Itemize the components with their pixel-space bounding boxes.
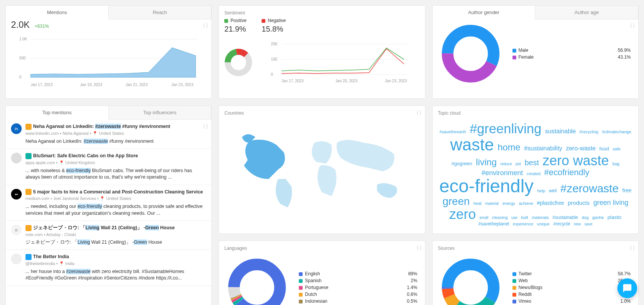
tab-reach[interactable]: Reach xyxy=(108,6,212,19)
topic-tag[interactable]: #plasticfree xyxy=(536,200,565,206)
tab-author-age[interactable]: Author age xyxy=(535,6,638,19)
topic-tag[interactable]: materials xyxy=(531,216,550,220)
topic-tag[interactable]: plastic xyxy=(606,215,623,220)
svg-text:Jan 23, 2023: Jan 23, 2023 xyxy=(385,79,407,83)
topic-tag[interactable]: green xyxy=(441,196,471,207)
topic-tag[interactable]: #environment xyxy=(480,169,524,177)
source-avatar xyxy=(11,254,22,264)
svg-text:Jan 19, 2023: Jan 19, 2023 xyxy=(80,83,102,87)
world-map[interactable] xyxy=(223,122,421,213)
sources-title: Sources xyxy=(433,241,638,253)
chat-button[interactable] xyxy=(617,278,637,298)
topic-cloud[interactable]: #savetheearth #greenliving sustainable #… xyxy=(433,118,638,233)
positive-pct: 21.9% xyxy=(224,25,246,34)
mention-meta: apps.apple.com • 📍 United Kingdom xyxy=(25,160,206,165)
list-item[interactable]: •• 5 major facts to hire a Commercial an… xyxy=(6,185,211,221)
topic-tag[interactable]: ganhe xyxy=(591,216,605,220)
tab-top-influencers[interactable]: Top influencers xyxy=(108,106,212,120)
topic-tag[interactable]: #climatechange xyxy=(601,130,633,134)
topic-tag[interactable]: well xyxy=(548,188,558,193)
svg-text:200: 200 xyxy=(271,42,277,46)
topic-tag[interactable]: reduce xyxy=(499,162,513,166)
mention-snippet: ジェネビーブ・ロウ: 「Living Wall 21 (Ceiling)」 -G… xyxy=(25,239,206,246)
topic-tag[interactable]: heat xyxy=(472,201,482,206)
svg-text:500: 500 xyxy=(19,56,26,60)
top-mentions-card: Top mentions Top influencers ( ) in Neha… xyxy=(5,105,212,305)
legend-item: Spanish2% xyxy=(299,278,417,283)
tab-top-mentions[interactable]: Top mentions xyxy=(6,106,108,120)
loading-icon: ( ) xyxy=(630,22,634,28)
topic-tag[interactable]: food xyxy=(598,146,610,152)
topic-tag[interactable]: cleaning xyxy=(491,216,509,220)
topic-tag[interactable]: best xyxy=(523,159,540,167)
list-item[interactable]: n ジェネビーブ・ロウ: 「Living Wall 21 (Ceiling)」 … xyxy=(6,221,211,250)
topic-tag[interactable]: use xyxy=(510,216,519,220)
mention-title: BluSmart: Safe Electric Cabs on the App … xyxy=(25,153,206,160)
mentions-card: Mentions Reach ( ) 2.0K +631% 1.0K 500 0… xyxy=(5,5,212,99)
topic-tag[interactable]: energy xyxy=(501,201,516,206)
loading-icon: ( ) xyxy=(203,123,208,129)
loading-icon: ( ) xyxy=(203,22,208,28)
list-item[interactable]: The Better India @thebetterindia • 📍 Ind… xyxy=(6,250,211,286)
topic-tag[interactable]: products xyxy=(566,200,591,206)
topic-tag[interactable]: sustainable xyxy=(544,128,577,135)
loading-icon: ( ) xyxy=(417,245,421,250)
topic-tag[interactable]: zero waste xyxy=(541,153,610,168)
topic-cloud-card: Topic cloud #savetheearth #greenliving s… xyxy=(432,105,639,234)
topic-tag[interactable]: living xyxy=(475,157,498,167)
topic-tag[interactable]: help xyxy=(536,189,546,193)
legend-item: Dutch0.6% xyxy=(299,292,417,297)
topic-tag[interactable]: #recycling xyxy=(578,130,600,134)
list-item[interactable]: ( ) in Neha Agarwal on LinkedIn: #zerowa… xyxy=(6,120,211,149)
topic-tag[interactable]: home xyxy=(496,142,522,152)
topic-tag[interactable]: eco-friendly xyxy=(438,177,535,196)
topic-tag[interactable]: safe xyxy=(612,147,622,152)
topic-tag[interactable]: material xyxy=(484,202,500,206)
topic-tag[interactable]: free xyxy=(621,188,633,193)
topic-tag[interactable]: #recycle xyxy=(552,222,571,227)
topic-tag[interactable]: #sustainability xyxy=(523,145,564,152)
topic-tag[interactable]: #ecofriendly xyxy=(543,168,591,177)
topic-tag[interactable]: zero-waste xyxy=(565,145,597,152)
topic-tag[interactable]: achieve xyxy=(518,201,535,206)
topic-tag[interactable]: created xyxy=(525,172,542,176)
topic-tag[interactable]: #sustainable xyxy=(551,215,579,220)
loading-icon: ( ) xyxy=(417,110,421,115)
topic-tag[interactable]: waste xyxy=(449,136,495,153)
topic-tag[interactable]: small xyxy=(478,216,489,220)
topic-tag[interactable]: zero xyxy=(448,207,477,222)
topic-tag[interactable]: unique xyxy=(536,222,551,227)
sentiment-title: Sentiment xyxy=(219,6,425,18)
legend-item: Male56.9% xyxy=(512,48,631,53)
topic-tag[interactable]: experience xyxy=(512,222,535,227)
topic-tag[interactable]: #savetheplanet xyxy=(477,222,510,227)
languages-legend: English89%Spanish2%Portuguese1.4%Dutch0.… xyxy=(299,270,417,305)
topic-tag[interactable]: dog xyxy=(581,216,590,220)
countries-card: Countries ( ) xyxy=(219,105,425,234)
svg-text:Jan 23, 2023: Jan 23, 2023 xyxy=(171,83,194,87)
svg-text:Jan 17, 2023: Jan 17, 2023 xyxy=(281,79,303,83)
topic-tag[interactable]: green living xyxy=(592,199,630,206)
source-badge-icon xyxy=(25,153,32,159)
languages-title: Languages xyxy=(219,241,425,253)
topic-tag[interactable]: pet xyxy=(514,162,522,166)
svg-text:Jan 20, 2023: Jan 20, 2023 xyxy=(335,79,357,83)
mention-meta: @thebetterindia • 📍 India xyxy=(25,261,206,266)
topic-tag[interactable]: new xyxy=(573,222,582,227)
topic-tag[interactable]: #gogreen xyxy=(450,161,473,166)
tab-author-gender[interactable]: Author gender xyxy=(433,6,535,19)
tab-mentions[interactable]: Mentions xyxy=(6,6,108,19)
topic-tag[interactable]: built xyxy=(520,216,529,220)
mention-snippet: ... her house into a #zerowaste with zer… xyxy=(25,268,206,282)
list-item[interactable]: BluSmart: Safe Electric Cabs on the App … xyxy=(6,149,211,185)
source-badge-icon xyxy=(25,124,32,130)
svg-text:1.0K: 1.0K xyxy=(19,37,27,41)
topic-tag[interactable]: #greenliving xyxy=(468,122,542,136)
topic-tag[interactable]: bag xyxy=(611,162,620,166)
topic-tag[interactable]: #zerowaste xyxy=(559,182,620,195)
legend-item: Reddit5.4% xyxy=(512,292,631,297)
mention-title: ジェネビーブ・ロウ: 「Living Wall 21 (Ceiling)」 -G… xyxy=(25,225,206,232)
topic-tag[interactable]: save xyxy=(583,222,593,227)
topic-tag[interactable]: #savetheearth xyxy=(438,130,467,134)
mention-title: The Better India xyxy=(25,254,206,260)
